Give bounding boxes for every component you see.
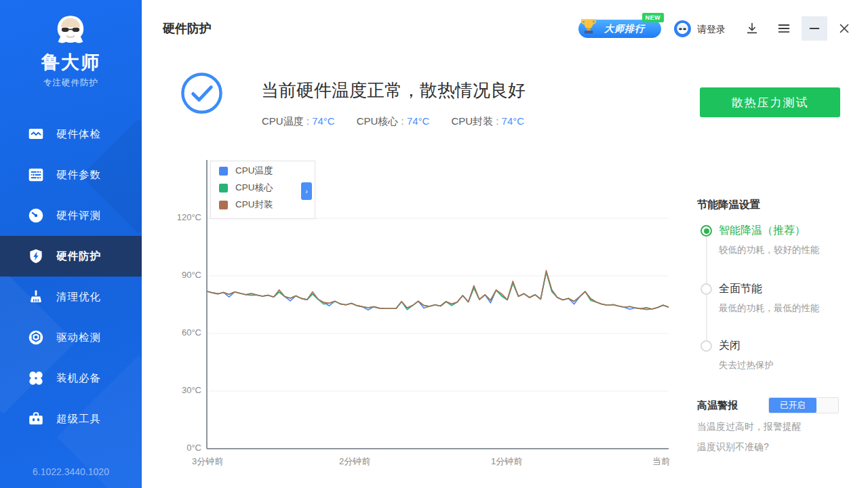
legend-item[interactable]: CPU封装: [211, 195, 315, 212]
sidebar-item-6[interactable]: 装机必备: [0, 358, 142, 399]
series-line: [207, 270, 669, 309]
alarm-label: 高温警报: [697, 399, 738, 412]
x-tick-label: 1分钟前: [491, 455, 522, 468]
alarm-description: 当温度过高时，报警提醒: [697, 421, 802, 433]
sidebar-item-0[interactable]: 硬件体检: [0, 114, 142, 155]
download-icon[interactable]: [745, 21, 760, 36]
app-title: 鲁大师: [0, 50, 142, 75]
close-button[interactable]: [837, 21, 852, 36]
status-ok-icon: [180, 72, 223, 115]
page-title: 硬件防护: [163, 20, 212, 37]
y-tick-label: 60°C: [163, 327, 201, 338]
toolbox-icon: [27, 410, 45, 428]
legend-expand-button[interactable]: ›: [301, 182, 312, 200]
sliders-icon: [27, 166, 45, 184]
cooling-option-2[interactable]: 关闭失去过热保护: [701, 339, 774, 371]
cooling-option-1[interactable]: 全面节能最低的功耗，最低的性能: [701, 282, 820, 314]
temperature-help-link[interactable]: 温度识别不准确?: [697, 441, 769, 453]
user-avatar[interactable]: [673, 20, 692, 38]
y-tick-label: 120°C: [163, 212, 201, 222]
status-stats: CPU温度74°CCPU核心74°CCPU封装74°C: [262, 115, 524, 128]
app-logo-icon: [52, 12, 90, 50]
x-tick-label: 当前: [652, 455, 670, 468]
master-ranking-button[interactable]: 大师排行 NEW: [578, 20, 661, 38]
trophy-icon: [577, 16, 600, 39]
legend-item[interactable]: CPU温度: [211, 161, 315, 178]
stat-item: CPU封装74°C: [451, 115, 524, 128]
y-tick-label: 90°C: [163, 270, 201, 280]
y-tick-label: 30°C: [163, 385, 201, 395]
cooling-option-0[interactable]: 智能降温（推荐）较低的功耗，较好的性能: [701, 224, 820, 256]
sidebar-item-3[interactable]: 硬件防护: [0, 236, 142, 277]
alarm-toggle-state: 已开启: [769, 398, 816, 413]
gauge-icon: [27, 207, 45, 224]
temperature-chart: 120°C90°C60°C30°C0°C 3分钟前2分钟前1分钟前当前 CPU温…: [163, 149, 705, 488]
app-window: 鲁大师 专注硬件防护 硬件体检硬件参数硬件评测硬件防护清理优化驱动检测装机必备超…: [0, 0, 868, 488]
sidebar: 鲁大师 专注硬件防护 硬件体检硬件参数硬件评测硬件防护清理优化驱动检测装机必备超…: [0, 0, 142, 488]
master-ranking-label: 大师排行: [604, 23, 645, 35]
cooling-settings-title: 节能降温设置: [697, 198, 760, 212]
sidebar-item-7[interactable]: 超级工具: [0, 399, 142, 439]
legend-swatch: [219, 201, 228, 209]
stat-item: CPU核心74°C: [357, 115, 430, 128]
y-tick-label: 0°C: [163, 443, 201, 453]
sidebar-item-1[interactable]: 硬件参数: [0, 155, 142, 195]
menu-icon[interactable]: [776, 21, 791, 36]
login-link[interactable]: 请登录: [697, 24, 726, 36]
status-title: 当前硬件温度正常，散热情况良好: [261, 79, 526, 102]
app-version: 6.1022.3440.1020: [0, 466, 142, 477]
legend-swatch: [219, 167, 228, 176]
new-badge: NEW: [642, 13, 665, 22]
alarm-toggle[interactable]: 已开启: [768, 397, 839, 413]
stress-test-button[interactable]: 散热压力测试: [700, 87, 840, 117]
legend-item[interactable]: CPU核心: [211, 178, 315, 195]
radio-icon[interactable]: [701, 340, 712, 352]
chart-legend-rows: CPU温度CPU核心CPU封装: [211, 161, 315, 212]
stat-item: CPU温度74°C: [262, 115, 335, 128]
nut-icon: [27, 329, 45, 346]
series-line: [207, 272, 669, 310]
legend-swatch: [219, 184, 228, 192]
x-tick-label: 3分钟前: [192, 455, 223, 468]
sidebar-nav: 硬件体检硬件参数硬件评测硬件防护清理优化驱动检测装机必备超级工具: [0, 114, 142, 439]
app-tagline: 专注硬件防护: [0, 77, 142, 89]
chart-legend: CPU温度CPU核心CPU封装 ›: [210, 161, 315, 219]
apps-icon: [27, 369, 45, 387]
series-line: [207, 272, 669, 310]
radio-icon[interactable]: [701, 283, 712, 295]
broom-icon: [27, 288, 45, 306]
shield-bolt-icon: [27, 247, 45, 265]
radio-icon[interactable]: [701, 225, 712, 237]
sidebar-item-2[interactable]: 硬件评测: [0, 195, 142, 236]
sidebar-item-5[interactable]: 驱动检测: [0, 317, 142, 358]
minimize-button[interactable]: [802, 16, 827, 41]
monitor-wave-icon: [27, 125, 45, 143]
sidebar-item-4[interactable]: 清理优化: [0, 277, 142, 317]
x-tick-label: 2分钟前: [339, 455, 370, 468]
